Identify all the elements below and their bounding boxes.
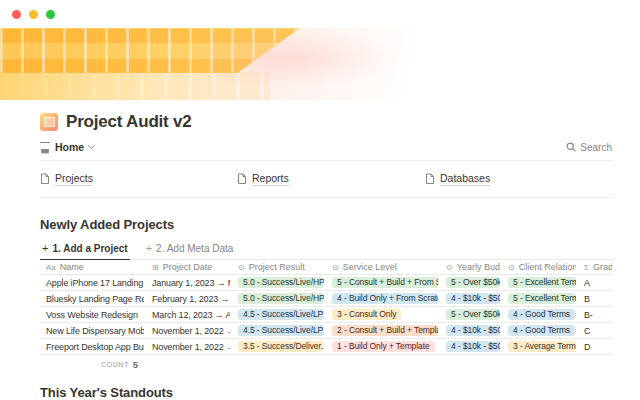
relationship-tag: 4 - Good Terms (508, 309, 575, 320)
relationship-tag: 4 - Good Terms (508, 325, 575, 336)
yearly-budget-cell[interactable]: 5 - Over $50k (438, 277, 500, 288)
column-label: Project Date (163, 262, 213, 272)
page-link[interactable]: Projects (40, 172, 237, 186)
service-level-cell[interactable]: 4 - Build Only + From Scratch (324, 293, 438, 304)
column-type-icon: ⊙ (238, 263, 245, 272)
page-emoji-icon[interactable] (40, 113, 58, 131)
breadcrumb[interactable]: Home (40, 141, 94, 153)
page-link-label: Projects (55, 172, 93, 186)
project-date-cell[interactable]: November 1, 2022 → December 31, 2022 (144, 326, 230, 336)
table-row: Bluesky Landing Page Redesign February 1… (40, 291, 612, 307)
column-type-icon: ⊙ (332, 263, 339, 272)
table-header-row: Aa Name ⊞ Project Date ⊙ Project Result (40, 260, 612, 275)
name-cell[interactable]: Bluesky Landing Page Redesign (40, 294, 144, 304)
grade-cell[interactable]: A (576, 278, 612, 288)
budget-tag: 4 - $10k - $50k (446, 341, 500, 352)
column-label: Yearly Budget (457, 262, 500, 272)
name-cell[interactable]: New Life Dispensary Mobile App Build (40, 326, 144, 336)
search-icon (566, 142, 576, 152)
column-type-icon: Aa (46, 263, 56, 272)
client-relationship-cell[interactable]: 3 - Average Terms (500, 341, 576, 352)
yearly-budget-cell[interactable]: 4 - $10k - $50k (438, 325, 500, 336)
database-tab-label: 2. Add Meta Data (156, 243, 233, 254)
table-column-header[interactable]: Σ Grade (576, 262, 612, 272)
name-cell[interactable]: Freeport Desktop App Build (40, 342, 144, 352)
project-result-cell[interactable]: 4.5 - Success/Live/LP (230, 325, 324, 336)
breadcrumb-bar: Home Search (40, 141, 612, 161)
yearly-budget-cell[interactable]: 5 - Over $50k (438, 309, 500, 320)
table-column-header[interactable]: ⊙ Project Result (230, 262, 324, 272)
projects-table: Aa Name ⊞ Project Date ⊙ Project Result (40, 260, 612, 372)
table-row: New Life Dispensary Mobile App Build Nov… (40, 323, 612, 339)
project-date-cell[interactable]: March 12, 2023 → April 30, 2023 (144, 310, 230, 320)
page-cover-image[interactable] (0, 28, 640, 100)
page-link-label: Databases (440, 172, 490, 186)
table-column-header[interactable]: Aa Name (40, 262, 144, 272)
name-cell[interactable]: Voss Website Redesign (40, 310, 144, 320)
service-level-tag: 2 - Consult + Build + Template (332, 325, 438, 336)
column-label: Grade (593, 262, 612, 272)
table-row: Apple iPhone 17 Landing Page January 1, … (40, 275, 612, 291)
column-label: Name (60, 262, 84, 272)
result-tag: 4.5 - Success/Live/LP (238, 309, 324, 320)
grade-cell[interactable]: B- (576, 310, 612, 320)
page-title[interactable]: Project Audit v2 (66, 112, 192, 132)
table-column-header[interactable]: ⊙ Client Relationship (500, 262, 576, 272)
yearly-budget-cell[interactable]: 4 - $10k - $50k (438, 293, 500, 304)
yearly-budget-cell[interactable]: 4 - $10k - $50k (438, 341, 500, 352)
page-link[interactable]: Databases (425, 172, 612, 186)
project-result-cell[interactable]: 3.5 - Success/Deliver... (230, 341, 324, 352)
grade-cell[interactable]: C (576, 326, 612, 336)
table-column-header[interactable]: ⊙ Yearly Budget (438, 262, 500, 272)
service-level-tag: 3 - Consult Only (332, 309, 401, 320)
budget-tag: 4 - $10k - $50k (446, 293, 500, 304)
project-result-cell[interactable]: 5.0 - Success/Live/HP (230, 293, 324, 304)
service-level-tag: 5 - Consult + Build + From Scratch (332, 277, 438, 288)
page-content: Project Audit v2 Home Search (0, 112, 640, 400)
name-cell[interactable]: Apple iPhone 17 Landing Page (40, 278, 144, 288)
table-column-header[interactable]: ⊞ Project Date (144, 262, 230, 272)
service-level-tag: 1 - Build Only + Template (332, 341, 435, 352)
project-date-cell[interactable]: November 1, 2022 → March 31, 2023 (144, 342, 230, 352)
relationship-tag: 5 - Excellent Terms (508, 293, 576, 304)
table-row: Freeport Desktop App Build November 1, 2… (40, 339, 612, 355)
grade-cell[interactable]: D (576, 342, 612, 352)
column-type-icon: ⊙ (446, 263, 453, 272)
plus-icon: + (146, 242, 152, 254)
client-relationship-cell[interactable]: 4 - Good Terms (500, 309, 576, 320)
service-level-cell[interactable]: 3 - Consult Only (324, 309, 438, 320)
browser-window: Project Audit v2 Home Search (0, 0, 640, 400)
database-tab[interactable]: + 2. Add Meta Data (144, 239, 236, 260)
column-type-icon: ⊙ (508, 263, 515, 272)
table-row: Voss Website Redesign March 12, 2023 → A… (40, 307, 612, 323)
project-date-cell[interactable]: January 1, 2023 → March 31, 2023 (144, 278, 230, 288)
search-control[interactable]: Search (566, 142, 612, 153)
breadcrumb-home[interactable]: Home (55, 141, 84, 153)
database-tab[interactable]: + 1. Add a Project (40, 239, 130, 260)
project-date-cell[interactable]: February 1, 2023 → March 31, 2023 (144, 294, 230, 304)
result-tag: 4.5 - Success/Live/LP (238, 325, 324, 336)
project-result-cell[interactable]: 5.0 - Success/Live/HP (230, 277, 324, 288)
client-relationship-cell[interactable]: 5 - Excellent Terms (500, 277, 576, 288)
client-relationship-cell[interactable]: 4 - Good Terms (500, 325, 576, 336)
table-count-footer[interactable]: COUNT 5 (40, 357, 144, 372)
zoom-window-button[interactable] (46, 10, 55, 19)
minimize-window-button[interactable] (29, 10, 38, 19)
service-level-cell[interactable]: 5 - Consult + Build + From Scratch (324, 277, 438, 288)
page-link[interactable]: Reports (237, 172, 425, 186)
document-icon (40, 173, 50, 185)
grade-cell[interactable]: B (576, 294, 612, 304)
document-icon (237, 173, 247, 185)
service-level-cell[interactable]: 1 - Build Only + Template (324, 341, 438, 352)
client-relationship-cell[interactable]: 5 - Excellent Terms (500, 293, 576, 304)
table-column-header[interactable]: ⊙ Service Level (324, 262, 438, 272)
cover-blush-gradient (180, 28, 400, 88)
section-heading-standouts: This Year's Standouts (40, 385, 612, 400)
close-window-button[interactable] (12, 10, 21, 19)
column-label: Client Relationship (519, 262, 576, 272)
service-level-cell[interactable]: 2 - Consult + Build + Template (324, 325, 438, 336)
column-label: Project Result (249, 262, 305, 272)
table-body: Apple iPhone 17 Landing Page January 1, … (40, 275, 612, 355)
document-icon (425, 173, 435, 185)
project-result-cell[interactable]: 4.5 - Success/Live/LP (230, 309, 324, 320)
